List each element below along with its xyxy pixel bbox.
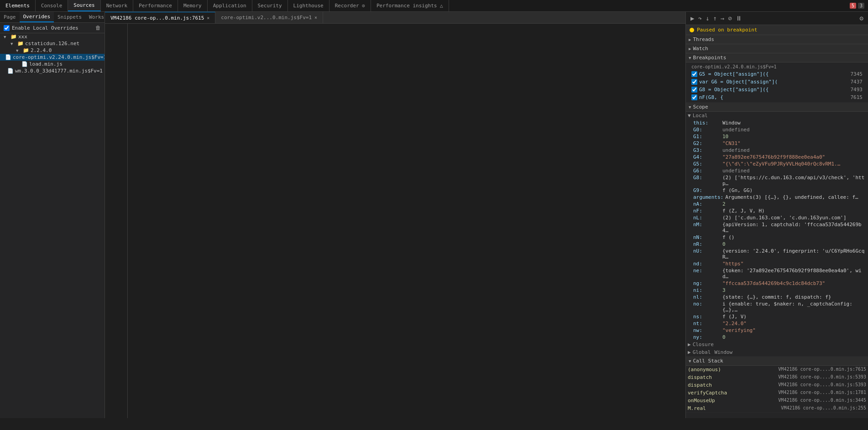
left-tab-page[interactable]: Page — [0, 12, 20, 22]
enable-overrides-row: Enable Local Overrides 🗑 — [0, 23, 105, 33]
tree-item-xxx[interactable]: ▼ 📁 xxx — [0, 33, 105, 40]
scope-closure-header[interactable]: ▶ Closure — [686, 341, 868, 348]
step-button[interactable]: → — [720, 14, 725, 23]
bp-item-2[interactable]: var G6 = Object["assign"]( 7437 — [690, 78, 864, 86]
center-panel: VM42186 core-op...0.min.js:7615 × core-o… — [105, 12, 685, 418]
bp-item-1[interactable]: G5 = Object["assign"]({ 7345 — [690, 70, 864, 78]
editor-tab-core-optimi[interactable]: core-optimi.v2...0.min.js$Fv=1 × — [215, 12, 323, 23]
resume-button[interactable]: ▶ — [690, 14, 695, 23]
editor-tabs: VM42186 core-op...0.min.js:7615 × core-o… — [105, 12, 685, 24]
tab-console[interactable]: Console — [36, 0, 68, 11]
scope-local-header[interactable]: ▼ Local — [686, 112, 868, 119]
callstack-header[interactable]: ▼ Call Stack — [686, 357, 868, 366]
scope-ny: ny:0 — [686, 334, 868, 341]
paused-dot — [690, 28, 694, 32]
step-out-button[interactable]: ↑ — [712, 14, 717, 23]
watch-label: Watch — [693, 46, 708, 52]
scope-G2: G2:"CN31" — [686, 140, 868, 147]
line-numbers — [105, 24, 128, 418]
scope-arguments: arguments:Arguments(3) [{…}, {}, undefin… — [686, 194, 868, 201]
callstack-content: (anonymous) VM42186 core-op....0.min.js:… — [686, 366, 868, 413]
pause-on-exceptions-button[interactable]: ⏸ — [735, 14, 743, 23]
tree-item-load[interactable]: 📄 load.min.js — [0, 61, 105, 67]
breakpoints-header[interactable]: ▼ Breakpoints — [686, 53, 868, 62]
callstack-arrow: ▼ — [689, 359, 691, 363]
scope-global-header[interactable]: ▶ Global Window — [686, 348, 868, 356]
stack-item-verifycaptcha[interactable]: verifyCaptcha VM42186 core-op....0.min.j… — [686, 389, 868, 397]
clear-overrides-button[interactable]: 🗑 — [95, 25, 101, 31]
tab-recorder[interactable]: Recorder ⊙ — [329, 0, 371, 11]
left-tab-workspace[interactable]: Workspace — [85, 12, 105, 22]
left-panel: Page Overrides Snippets Workspace >> ⋮ E… — [0, 12, 105, 418]
tab-network[interactable]: Network — [101, 0, 133, 11]
step-over-button[interactable]: ↷ — [697, 14, 702, 23]
scope-content: ▼ Local this:Window G0:undefined G1:10 G… — [686, 112, 868, 357]
bp-line-1: 7345 — [851, 71, 863, 77]
deactivate-breakpoints-button[interactable]: ⊘ — [727, 14, 732, 23]
left-tab-overrides[interactable]: Overrides — [20, 12, 54, 22]
scope-nl: nl:{state: {…}, commit: f, dispatch: f} — [686, 294, 868, 300]
editor-tab-core-optimi-close[interactable]: × — [314, 15, 317, 20]
scope-G9: G9:f (Gn, GG) — [686, 187, 868, 194]
stack-file-verifycaptcha: VM42186 core-op....0.min.js:1781 — [778, 390, 866, 396]
enable-overrides-checkbox[interactable] — [4, 25, 10, 31]
tab-security[interactable]: Security — [252, 0, 288, 11]
stack-file-anonymous: VM42186 core-op....0.min.js:7615 — [778, 367, 866, 373]
tree-item-core-optimi[interactable]: 📄 core-optimi.v2.24.0.min.js$Fv=1 — [0, 54, 105, 61]
editor-tab-vm42186[interactable]: VM42186 core-op...0.min.js:7615 × — [105, 12, 215, 23]
stack-item-onmouseup[interactable]: onMouseUp VM42186 core-op....0.min.js:34… — [686, 397, 868, 404]
tab-application[interactable]: Application — [208, 0, 252, 11]
right-toolbar: ▶ ↷ ↓ ↑ → ⊘ ⏸ ⚙ — [686, 12, 868, 25]
editor-tab-vm42186-close[interactable]: × — [207, 16, 209, 21]
code-content[interactable] — [128, 24, 685, 418]
bp-code-3: G8 = Object["assign"]({ — [699, 87, 769, 93]
bp-line-3: 7493 — [851, 87, 863, 93]
tree-item-cstaticdun[interactable]: ▼ 📁 cstaticdun.126.net — [0, 40, 105, 47]
stack-fn-dispatch1: dispatch — [688, 374, 712, 380]
bp-check-3[interactable] — [691, 87, 697, 93]
scope-G0: G0:undefined — [686, 126, 868, 133]
tree-item-wm[interactable]: 📄 wm.3.0.0_33d41777.min.js$Fv=1 — [0, 67, 105, 74]
stack-file-mreal: VM42186 core-op....0.min.js:255 — [781, 405, 866, 411]
bp-item-4[interactable]: nF(G8, { 7615 — [690, 93, 864, 101]
threads-header[interactable]: ▶ Threads — [686, 35, 868, 44]
scope-this: this:Window — [686, 119, 868, 126]
scope-nF: nF:f (Z, J, V, H) — [686, 207, 868, 214]
tab-performance[interactable]: Performance — [133, 0, 178, 11]
tab-lighthouse[interactable]: Lighthouse — [288, 0, 329, 11]
breakpoints-content: core-optimi.v2.24.0.min.js$Fv=1 G5 = Obj… — [686, 62, 868, 103]
stack-item-dispatch1[interactable]: dispatch VM42186 core-op....0.min.js:539… — [686, 373, 868, 381]
watch-header[interactable]: ▶ Watch — [686, 44, 868, 53]
tab-sources[interactable]: Sources — [68, 0, 100, 11]
scope-global-arrow: ▶ — [688, 349, 691, 355]
bp-item-3[interactable]: G8 = Object["assign"]({ 7493 — [690, 86, 864, 93]
stack-fn-verifycaptcha: verifyCaptcha — [688, 390, 727, 396]
scope-G3: G3:undefined — [686, 147, 868, 154]
scope-local-arrow: ▼ — [688, 113, 691, 119]
tab-performance-insights[interactable]: Performance insights △ — [371, 0, 449, 11]
scope-header[interactable]: ▼ Scope — [686, 103, 868, 112]
left-subtabs: Page Overrides Snippets Workspace >> ⋮ — [0, 12, 105, 23]
tab-elements[interactable]: Elements — [0, 0, 36, 11]
scope-nN: nN:f () — [686, 234, 868, 241]
tree-item-version[interactable]: ▼ 📁 2.2.4.0 — [0, 47, 105, 54]
scope-local-label: Local — [693, 113, 708, 119]
scope-ng: ng:"ffccaa537da544269b4c9c1dc84dcb73" — [686, 280, 868, 287]
tab-memory[interactable]: Memory — [178, 0, 208, 11]
stack-item-dispatch2[interactable]: dispatch VM42186 core-op....0.min.js:539… — [686, 381, 868, 389]
bp-check-2[interactable] — [691, 79, 697, 85]
bp-line-4: 7615 — [851, 94, 863, 100]
breakpoints-label: Breakpoints — [693, 55, 726, 61]
stack-fn-dispatch2: dispatch — [688, 382, 712, 388]
scope-nw: nw:"verifying" — [686, 327, 868, 334]
settings-icon[interactable]: ⚙ — [859, 14, 864, 23]
scope-G8: G8:(2) ['https://c.dun.163.com/api/v3/ch… — [686, 174, 868, 187]
stack-item-mreal[interactable]: M.real VM42186 core-op....0.min.js:255 — [686, 404, 868, 412]
stack-item-anonymous[interactable]: (anonymous) VM42186 core-op....0.min.js:… — [686, 366, 868, 373]
bp-check-1[interactable] — [691, 71, 697, 77]
scope-ni: ni:3 — [686, 287, 868, 294]
bp-check-4[interactable] — [691, 94, 697, 100]
scope-closure-label: Closure — [693, 342, 714, 347]
left-tab-snippets[interactable]: Snippets — [54, 12, 85, 22]
step-into-button[interactable]: ↓ — [705, 14, 710, 23]
